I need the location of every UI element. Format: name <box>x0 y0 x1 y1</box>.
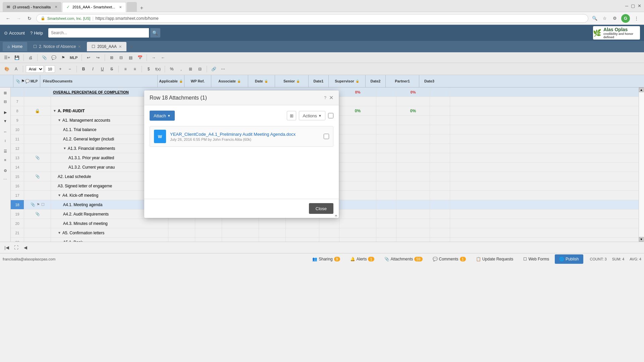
smartsheet-tab-close[interactable]: ✕ <box>119 5 122 9</box>
modal-resize-handle[interactable]: ⬘ <box>335 214 339 218</box>
undo-btn[interactable]: ↩ <box>85 54 93 62</box>
card-view-btn[interactable]: ▤ <box>126 54 135 62</box>
date-header[interactable]: Date 🔒 <box>248 75 275 87</box>
user-avatar[interactable]: G <box>621 14 630 23</box>
group-btn[interactable]: ⊞ <box>186 65 195 73</box>
calendar-view-btn[interactable]: 📅 <box>136 54 144 62</box>
formula-btn[interactable]: f(x) <box>154 65 162 73</box>
search-input[interactable] <box>48 28 149 38</box>
left-btn-3[interactable]: ▶ <box>1 108 9 116</box>
file-checkbox[interactable] <box>324 134 329 139</box>
publish-item[interactable]: 🌐 Publish <box>555 254 583 264</box>
prev-row-btn[interactable]: ◀ <box>21 244 30 252</box>
italic-btn[interactable]: I <box>89 65 97 73</box>
help-link[interactable]: ? Help <box>30 31 43 36</box>
alerts-item[interactable]: 🔔 Alerts 1 <box>346 254 379 264</box>
browser-tab-empty[interactable] <box>127 2 137 12</box>
attach-button[interactable]: Attach ▼ <box>150 111 175 121</box>
maximize-button[interactable]: ▢ <box>631 3 635 8</box>
search-icon[interactable]: 🔍 <box>591 15 598 22</box>
indent-btn[interactable]: → <box>150 54 158 62</box>
associate-header[interactable]: Associate 🔒 <box>211 75 248 87</box>
comments-item[interactable]: 💬 Comments 1 <box>428 254 470 264</box>
underline-btn[interactable]: U <box>98 65 106 73</box>
bold-btn[interactable]: B <box>79 65 88 73</box>
date1-header[interactable]: Date1 <box>309 75 329 87</box>
absence-tab[interactable]: ☐ 2. Notice of Absence ✕ <box>29 42 86 51</box>
discuss-btn[interactable]: 💬 <box>50 54 58 62</box>
left-btn-5[interactable]: ↔ <box>1 128 9 136</box>
forward-button[interactable]: → <box>15 14 23 22</box>
mlp-btn[interactable]: MLP <box>68 54 79 62</box>
senior-header[interactable]: Senior 🔒 <box>275 75 309 87</box>
back-button[interactable]: ← <box>4 14 12 22</box>
left-btn-4[interactable]: ▼ <box>1 117 9 125</box>
web-forms-item[interactable]: ☐ Web Forms <box>519 254 553 264</box>
font-size-increase[interactable]: + <box>56 65 64 73</box>
currency-btn[interactable]: $ <box>145 65 153 73</box>
minimize-button[interactable]: ─ <box>625 3 628 8</box>
absence-tab-close[interactable]: ✕ <box>78 45 81 49</box>
sharing-item[interactable]: 👥 Sharing 9 <box>308 254 344 264</box>
gantt-view-btn[interactable]: ⊟ <box>117 54 125 62</box>
new-row-btn[interactable]: ☰+ <box>3 54 11 62</box>
files-header[interactable]: Files/Documents <box>40 75 158 87</box>
left-btn-2[interactable]: ⊟ <box>1 98 9 106</box>
settings-icon[interactable]: ⚙ <box>611 15 619 22</box>
applicable-header[interactable]: Applicable 🔒 <box>158 75 184 87</box>
grid-view-btn[interactable]: ⊞ <box>108 54 116 62</box>
supervisor-header[interactable]: Supervisor 🔒 <box>329 75 366 87</box>
home-tab[interactable]: ⌂ Home <box>3 42 27 51</box>
close-button[interactable]: ✕ <box>638 3 641 8</box>
row-17-collapse-icon[interactable]: ▼ <box>58 193 61 197</box>
date3-header[interactable]: Date3 <box>419 75 439 87</box>
browser-tab-email[interactable]: ✉ (3 unread) - francisalita ✕ <box>3 2 61 12</box>
email-tab-close[interactable]: ✕ <box>55 5 57 9</box>
link-btn[interactable]: 🔗 <box>210 65 218 73</box>
left-btn-8[interactable]: ≡ <box>1 156 9 164</box>
scroll-up-btn[interactable]: ▲ <box>639 87 644 92</box>
update-requests-item[interactable]: 📋 Update Requests <box>472 254 518 264</box>
row-9-collapse-icon[interactable]: ▼ <box>58 118 61 122</box>
modal-grid-icon[interactable]: ⊞ <box>287 111 296 120</box>
add-tab-button[interactable]: + <box>138 4 146 12</box>
partner1-header[interactable]: Partner1 <box>386 75 419 87</box>
date2-header[interactable]: Date2 <box>366 75 386 87</box>
table-row[interactable]: 20 A4.3. Minutes of meeting <box>11 219 639 228</box>
browser-tab-smartsheet[interactable]: ✓ 2016_AAA - Smartsheet... ✕ <box>62 2 126 12</box>
text-left-btn[interactable]: ≡ <box>121 65 129 73</box>
first-row-btn[interactable]: |◀ <box>3 244 11 252</box>
modal-actions-btn[interactable]: Actions ▼ <box>299 111 325 120</box>
outdent-btn[interactable]: ← <box>159 54 167 62</box>
font-select[interactable]: Arial <box>26 65 44 73</box>
aaa-tab[interactable]: ☐ 2016_AAA ✕ <box>87 42 126 51</box>
left-btn-6[interactable]: ↕ <box>1 136 9 144</box>
scroll-down-btn[interactable]: ▼ <box>639 237 644 242</box>
modal-close-icon[interactable]: ✕ <box>329 95 333 101</box>
more-menu-icon[interactable]: ⋮ <box>633 15 640 22</box>
add-sheet-tab-button[interactable]: + <box>128 43 136 51</box>
percent-btn[interactable]: % <box>168 65 176 73</box>
account-link[interactable]: ⊙ Account <box>4 31 25 36</box>
font-size-decrease[interactable]: − <box>66 65 74 73</box>
attach-icon-btn[interactable]: 📎 <box>40 54 48 62</box>
modal-select-all-checkbox[interactable] <box>328 113 333 118</box>
attachments-item[interactable]: 📎 Attachments 59 <box>380 254 427 264</box>
conditional-btn[interactable]: ⚑ <box>59 54 67 62</box>
comma-btn[interactable]: , <box>177 65 185 73</box>
row-12-collapse-icon[interactable]: ▼ <box>63 146 66 150</box>
bookmark-icon[interactable]: ☆ <box>601 15 608 22</box>
aaa-tab-close[interactable]: ✕ <box>119 45 122 49</box>
save-btn[interactable]: 💾 <box>13 54 21 62</box>
strikethrough-btn[interactable]: S <box>108 65 116 73</box>
ungroup-btn[interactable]: ⊟ <box>196 65 204 73</box>
table-row[interactable]: 21 ▼ A5. Confirmation letters <box>11 228 639 238</box>
more-tools-btn[interactable]: ⋯ <box>219 65 227 73</box>
wpref-header[interactable]: WP Ref. <box>184 75 211 87</box>
left-btn-9[interactable]: ⚙ <box>1 167 9 175</box>
redo-btn[interactable]: ↪ <box>94 54 102 62</box>
file-item[interactable]: W YEAR_ClientCode_A4.1_Preliminary Audit… <box>150 126 333 147</box>
left-btn-7[interactable]: ☰ <box>1 147 9 155</box>
table-row[interactable]: 22 A5.1. Bank <box>11 238 639 242</box>
text-color-btn[interactable]: A <box>12 65 20 73</box>
